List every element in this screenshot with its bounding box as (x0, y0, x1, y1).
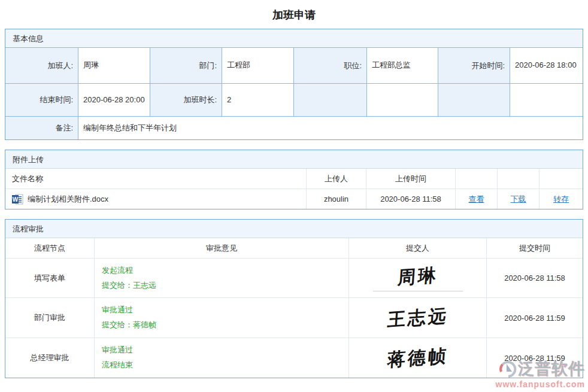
col-header-opinion: 审批意见 (95, 238, 348, 258)
department-label: 部门: (150, 48, 222, 83)
approval-table: 流程节点 审批意见 提交人 提交时间 填写表单 发起流程 提交给：王志远 周琳 … (5, 238, 583, 378)
basic-info-section-title: 基本信息 (5, 29, 583, 48)
signature-jiangdezhen: 蒋德帧 (386, 344, 449, 372)
approval-row-opinion: 审批通过 流程结束 (95, 338, 348, 378)
watermark-url: www.fanpusoft.com (496, 379, 585, 389)
empty-label-cell (438, 84, 510, 116)
opinion-line-1: 审批通过 (102, 303, 133, 318)
approval-row-time: 2020-06-28 11:58 (487, 259, 583, 297)
empty-label-cell (294, 84, 366, 116)
empty-value-cell (367, 84, 438, 116)
approval-row-signature: 周琳 (349, 259, 486, 297)
remark-value: 编制年终总结和下半年计划 (78, 117, 583, 139)
attachments-section: 附件上传 文件名称 上传人 上传时间 W 编制计划相关附件.docx zhoul… (5, 150, 583, 209)
opinion-line-2: 流程结束 (102, 358, 133, 373)
attachment-file-name-text[interactable]: 编制计划相关附件.docx (28, 194, 108, 205)
overtime-person-value: 周琳 (78, 48, 150, 83)
approval-row-signature: 蒋德帧 (349, 338, 486, 378)
approval-row-opinion: 发起流程 提交给：王志远 (95, 259, 348, 297)
save-as-link[interactable]: 转存 (553, 194, 569, 205)
col-header-action-2 (498, 169, 539, 189)
basic-info-grid: 加班人: 周琳 部门: 工程部 职位: 工程部总监 开始时间: 2020-06-… (5, 48, 583, 139)
col-header-action-3 (539, 169, 583, 189)
remark-label: 备注: (5, 117, 78, 139)
attachments-table: 文件名称 上传人 上传时间 W 编制计划相关附件.docx zhoulin 20… (5, 169, 583, 209)
opinion-line-2: 提交给：蒋德帧 (102, 318, 156, 333)
start-time-value: 2020-06-28 18:00 (510, 48, 583, 83)
signature-underline (373, 291, 463, 291)
position-value: 工程部总监 (367, 48, 438, 83)
opinion-line-2: 提交给：王志远 (102, 278, 156, 293)
attachment-row-file-name: W 编制计划相关附件.docx (5, 189, 306, 209)
attachments-section-title: 附件上传 (5, 150, 583, 169)
col-header-submit-time: 提交时间 (487, 238, 583, 258)
col-header-file-name: 文件名称 (5, 169, 306, 189)
col-header-uploader: 上传人 (307, 169, 366, 189)
duration-value: 2 (222, 84, 293, 116)
position-label: 职位: (294, 48, 366, 83)
attachment-row-upload-time: 2020-06-28 11:58 (366, 189, 455, 209)
duration-label: 加班时长: (150, 84, 222, 116)
signature-zhoulin: 周琳 (396, 263, 439, 290)
approval-row-node: 部门审批 (5, 298, 94, 338)
approval-section-title: 流程审批 (5, 220, 583, 238)
department-value: 工程部 (222, 48, 293, 83)
approval-row-time: 2020-06-28 11:59 (487, 298, 583, 338)
col-header-action-1 (456, 169, 497, 189)
svg-text:W: W (13, 196, 19, 203)
approval-row-opinion: 审批通过 提交给：蒋德帧 (95, 298, 348, 338)
col-header-upload-time: 上传时间 (366, 169, 455, 189)
end-time-label: 结束时间: (5, 84, 78, 116)
download-link[interactable]: 下载 (511, 194, 526, 205)
signature-wangzhiyuan: 王志远 (386, 303, 449, 332)
opinion-line-1: 发起流程 (102, 263, 133, 278)
opinion-line-1: 审批通过 (102, 343, 133, 358)
start-time-label: 开始时间: (438, 48, 510, 83)
overtime-person-label: 加班人: (5, 48, 78, 83)
col-header-node: 流程节点 (5, 238, 94, 258)
end-time-value: 2020-06-28 20:00 (78, 84, 150, 116)
approval-row-signature: 王志远 (349, 298, 486, 338)
basic-info-section: 基本信息 加班人: 周琳 部门: 工程部 职位: 工程部总监 开始时间: 202… (5, 29, 583, 140)
view-link[interactable]: 查看 (469, 194, 484, 205)
word-docx-icon: W (12, 194, 23, 205)
approval-row-node: 填写表单 (5, 259, 94, 297)
approval-row-node: 总经理审批 (5, 338, 94, 378)
col-header-submitter: 提交人 (349, 238, 486, 258)
approval-section: 流程审批 流程节点 审批意见 提交人 提交时间 填写表单 发起流程 提交给：王志… (5, 219, 583, 378)
approval-row-time: 2020-06-28 11:59 (487, 338, 583, 378)
attachment-row-uploader: zhoulin (307, 189, 366, 209)
page-title: 加班申请 (0, 0, 588, 29)
empty-value-cell (510, 84, 583, 116)
